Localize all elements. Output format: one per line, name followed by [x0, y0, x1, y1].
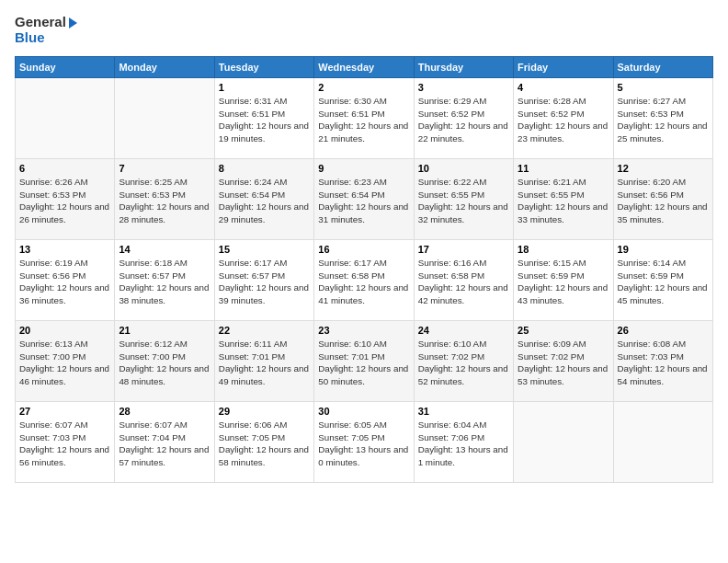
day-detail: Sunrise: 6:24 AMSunset: 6:54 PMDaylight:…: [219, 176, 310, 226]
logo: General Blue: [15, 15, 77, 45]
calendar-cell: 6Sunrise: 6:26 AMSunset: 6:53 PMDaylight…: [16, 159, 115, 240]
calendar-cell: [613, 402, 712, 483]
day-number: 14: [119, 244, 210, 255]
day-number: 21: [119, 325, 210, 336]
day-number: 19: [618, 244, 709, 255]
calendar-cell: 20Sunrise: 6:13 AMSunset: 7:00 PMDayligh…: [16, 321, 115, 402]
day-detail: Sunrise: 6:20 AMSunset: 6:56 PMDaylight:…: [618, 176, 709, 226]
day-detail: Sunrise: 6:06 AMSunset: 7:05 PMDaylight:…: [219, 419, 310, 469]
day-detail: Sunrise: 6:15 AMSunset: 6:59 PMDaylight:…: [518, 257, 609, 307]
calendar-cell: 7Sunrise: 6:25 AMSunset: 6:53 PMDaylight…: [115, 159, 214, 240]
calendar-cell: 29Sunrise: 6:06 AMSunset: 7:05 PMDayligh…: [214, 402, 313, 483]
day-detail: Sunrise: 6:07 AMSunset: 7:04 PMDaylight:…: [119, 419, 210, 469]
calendar-cell: 23Sunrise: 6:10 AMSunset: 7:01 PMDayligh…: [314, 321, 414, 402]
calendar-cell: 1Sunrise: 6:31 AMSunset: 6:51 PMDaylight…: [214, 78, 313, 159]
calendar-cell: 8Sunrise: 6:24 AMSunset: 6:54 PMDaylight…: [214, 159, 313, 240]
calendar-cell: 14Sunrise: 6:18 AMSunset: 6:57 PMDayligh…: [115, 240, 214, 321]
day-number: 30: [318, 406, 409, 417]
day-detail: Sunrise: 6:16 AMSunset: 6:58 PMDaylight:…: [418, 257, 509, 307]
logo-blue: Blue: [15, 30, 77, 46]
calendar-cell: 2Sunrise: 6:30 AMSunset: 6:51 PMDaylight…: [314, 78, 414, 159]
calendar-cell: 18Sunrise: 6:15 AMSunset: 6:59 PMDayligh…: [514, 240, 613, 321]
day-detail: Sunrise: 6:27 AMSunset: 6:53 PMDaylight:…: [618, 95, 709, 145]
week-row-3: 13Sunrise: 6:19 AMSunset: 6:56 PMDayligh…: [16, 240, 713, 321]
weekday-header-thursday: Thursday: [414, 57, 513, 78]
day-number: 24: [418, 325, 509, 336]
day-detail: Sunrise: 6:08 AMSunset: 7:03 PMDaylight:…: [618, 338, 709, 388]
day-number: 31: [418, 406, 509, 417]
day-detail: Sunrise: 6:19 AMSunset: 6:56 PMDaylight:…: [19, 257, 110, 307]
day-number: 2: [318, 82, 409, 93]
day-number: 15: [219, 244, 310, 255]
day-detail: Sunrise: 6:17 AMSunset: 6:58 PMDaylight:…: [318, 257, 409, 307]
calendar-cell: 26Sunrise: 6:08 AMSunset: 7:03 PMDayligh…: [613, 321, 712, 402]
day-detail: Sunrise: 6:17 AMSunset: 6:57 PMDaylight:…: [219, 257, 310, 307]
day-detail: Sunrise: 6:04 AMSunset: 7:06 PMDaylight:…: [418, 419, 509, 469]
day-detail: Sunrise: 6:13 AMSunset: 7:00 PMDaylight:…: [19, 338, 110, 388]
day-detail: Sunrise: 6:18 AMSunset: 6:57 PMDaylight:…: [119, 257, 210, 307]
calendar-cell: 17Sunrise: 6:16 AMSunset: 6:58 PMDayligh…: [414, 240, 513, 321]
day-detail: Sunrise: 6:22 AMSunset: 6:55 PMDaylight:…: [418, 176, 509, 226]
calendar-cell: 27Sunrise: 6:07 AMSunset: 7:03 PMDayligh…: [16, 402, 115, 483]
calendar-cell: 15Sunrise: 6:17 AMSunset: 6:57 PMDayligh…: [214, 240, 313, 321]
day-number: 10: [418, 163, 509, 174]
day-detail: Sunrise: 6:23 AMSunset: 6:54 PMDaylight:…: [318, 176, 409, 226]
day-detail: Sunrise: 6:10 AMSunset: 7:02 PMDaylight:…: [418, 338, 509, 388]
calendar-cell: 31Sunrise: 6:04 AMSunset: 7:06 PMDayligh…: [414, 402, 513, 483]
day-number: 12: [618, 163, 709, 174]
logo-general: General: [15, 15, 77, 30]
day-detail: Sunrise: 6:26 AMSunset: 6:53 PMDaylight:…: [19, 176, 110, 226]
calendar-cell: 24Sunrise: 6:10 AMSunset: 7:02 PMDayligh…: [414, 321, 513, 402]
weekday-header-wednesday: Wednesday: [314, 57, 414, 78]
calendar-cell: 30Sunrise: 6:05 AMSunset: 7:05 PMDayligh…: [314, 402, 414, 483]
calendar-cell: 5Sunrise: 6:27 AMSunset: 6:53 PMDaylight…: [613, 78, 712, 159]
week-row-1: 1Sunrise: 6:31 AMSunset: 6:51 PMDaylight…: [16, 78, 713, 159]
day-detail: Sunrise: 6:25 AMSunset: 6:53 PMDaylight:…: [119, 176, 210, 226]
weekday-header-sunday: Sunday: [16, 57, 115, 78]
day-number: 9: [318, 163, 409, 174]
day-detail: Sunrise: 6:11 AMSunset: 7:01 PMDaylight:…: [219, 338, 310, 388]
day-number: 7: [119, 163, 210, 174]
day-detail: Sunrise: 6:05 AMSunset: 7:05 PMDaylight:…: [318, 419, 409, 469]
weekday-header-saturday: Saturday: [613, 57, 712, 78]
day-number: 29: [219, 406, 310, 417]
calendar-cell: 4Sunrise: 6:28 AMSunset: 6:52 PMDaylight…: [514, 78, 613, 159]
day-number: 5: [618, 82, 709, 93]
calendar-cell: 10Sunrise: 6:22 AMSunset: 6:55 PMDayligh…: [414, 159, 513, 240]
day-number: 23: [318, 325, 409, 336]
week-row-4: 20Sunrise: 6:13 AMSunset: 7:00 PMDayligh…: [16, 321, 713, 402]
calendar-table: SundayMondayTuesdayWednesdayThursdayFrid…: [15, 56, 713, 483]
day-detail: Sunrise: 6:30 AMSunset: 6:51 PMDaylight:…: [318, 95, 409, 145]
calendar-cell: 9Sunrise: 6:23 AMSunset: 6:54 PMDaylight…: [314, 159, 414, 240]
day-number: 16: [318, 244, 409, 255]
day-number: 1: [219, 82, 310, 93]
calendar-cell: 13Sunrise: 6:19 AMSunset: 6:56 PMDayligh…: [16, 240, 115, 321]
calendar-cell: 25Sunrise: 6:09 AMSunset: 7:02 PMDayligh…: [514, 321, 613, 402]
calendar-cell: 3Sunrise: 6:29 AMSunset: 6:52 PMDaylight…: [414, 78, 513, 159]
day-detail: Sunrise: 6:31 AMSunset: 6:51 PMDaylight:…: [219, 95, 310, 145]
calendar-cell: [514, 402, 613, 483]
day-number: 6: [19, 163, 110, 174]
day-detail: Sunrise: 6:12 AMSunset: 7:00 PMDaylight:…: [119, 338, 210, 388]
day-number: 18: [518, 244, 609, 255]
day-number: 25: [518, 325, 609, 336]
calendar-cell: 22Sunrise: 6:11 AMSunset: 7:01 PMDayligh…: [214, 321, 313, 402]
week-row-2: 6Sunrise: 6:26 AMSunset: 6:53 PMDaylight…: [16, 159, 713, 240]
page-header: General Blue: [15, 15, 713, 45]
day-number: 4: [518, 82, 609, 93]
calendar-cell: 11Sunrise: 6:21 AMSunset: 6:55 PMDayligh…: [514, 159, 613, 240]
calendar-cell: 21Sunrise: 6:12 AMSunset: 7:00 PMDayligh…: [115, 321, 214, 402]
day-number: 17: [418, 244, 509, 255]
weekday-header-monday: Monday: [115, 57, 214, 78]
day-detail: Sunrise: 6:07 AMSunset: 7:03 PMDaylight:…: [19, 419, 110, 469]
day-number: 26: [618, 325, 709, 336]
weekday-header-tuesday: Tuesday: [214, 57, 313, 78]
calendar-cell: 16Sunrise: 6:17 AMSunset: 6:58 PMDayligh…: [314, 240, 414, 321]
day-number: 11: [518, 163, 609, 174]
day-detail: Sunrise: 6:29 AMSunset: 6:52 PMDaylight:…: [418, 95, 509, 145]
day-number: 28: [119, 406, 210, 417]
day-number: 3: [418, 82, 509, 93]
day-number: 27: [19, 406, 110, 417]
day-number: 8: [219, 163, 310, 174]
day-number: 13: [19, 244, 110, 255]
